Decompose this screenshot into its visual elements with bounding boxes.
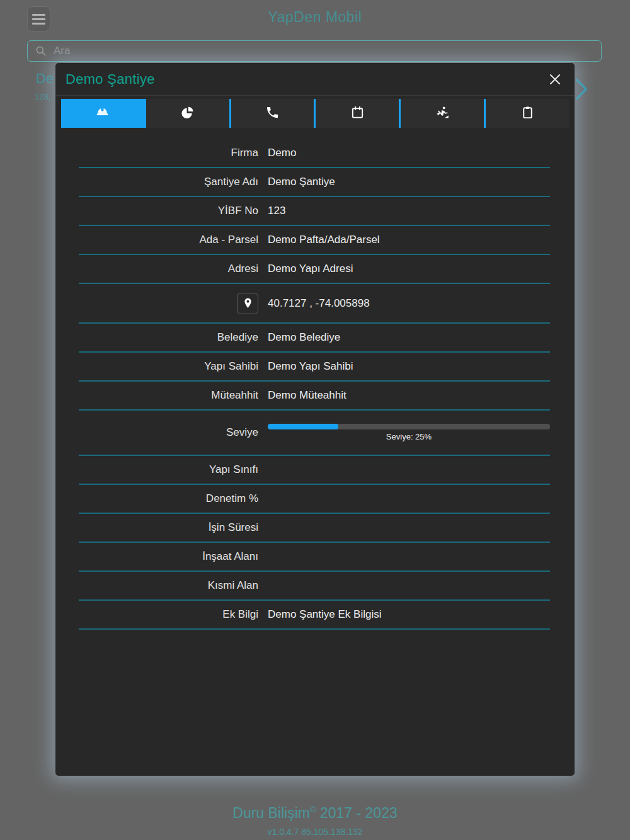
footer-copyright: Duru Bilişim© 2017 - 2023: [0, 805, 630, 822]
modal-title: Demo Şantiye: [66, 71, 155, 88]
field-row: YİBF No123: [79, 197, 550, 226]
field-value: Demo Belediye: [268, 331, 550, 344]
field-row: Ek BilgiDemo Şantiye Ek Bilgisi: [79, 601, 550, 630]
app-title: YapDen Mobil: [0, 9, 630, 26]
field-row: AdresiDemo Yapı Adresi: [79, 255, 550, 284]
field-label: İnşaat Alanı: [79, 550, 258, 563]
field-row: İnşaat Alanı: [79, 543, 550, 572]
field-row: Yapı SahibiDemo Yapı Sahibi: [79, 353, 550, 382]
field-label: Şantiye Adı: [79, 176, 258, 188]
field-row: İşin Süresi: [79, 514, 550, 543]
field-value: Demo Yapı Sahibi: [268, 360, 550, 373]
location-button[interactable]: [237, 293, 258, 314]
field-label: Belediye: [79, 331, 258, 344]
field-value: Seviye: 25%: [268, 424, 550, 441]
footer-version: v1.0.4.7 85.105.138.132: [0, 827, 630, 837]
calendar-icon: [350, 105, 365, 122]
close-icon[interactable]: [546, 70, 564, 89]
location-pin-icon: [242, 297, 254, 309]
field-label: Müteahhit: [79, 389, 258, 402]
pie-chart-icon: [180, 105, 195, 122]
field-row: FirmaDemo: [79, 139, 550, 168]
field-label: YİBF No: [79, 205, 258, 217]
field-label: İşin Süresi: [79, 521, 258, 534]
field-row: BelediyeDemo Belediye: [79, 324, 550, 353]
field-label: Ada - Parsel: [79, 234, 258, 246]
search-input[interactable]: [47, 41, 601, 61]
field-value: Demo Müteahhit: [268, 389, 550, 402]
field-label: Seviye: [79, 426, 258, 439]
progress-caption: Seviye: 25%: [268, 432, 550, 441]
list-item-title: De: [36, 71, 54, 87]
field-row: 40.7127 , -74.005898: [79, 284, 550, 324]
field-value: Demo Şantiye Ek Bilgisi: [268, 608, 550, 621]
tab-works[interactable]: [399, 99, 484, 128]
tab-site-info[interactable]: [61, 99, 144, 128]
field-value: 123: [268, 205, 550, 217]
field-row: MüteahhitDemo Müteahhit: [79, 382, 550, 411]
field-row: Denetim %: [79, 485, 550, 514]
field-label: Denetim %: [79, 492, 258, 505]
field-row: SeviyeSeviye: 25%: [79, 411, 550, 456]
clipboard-icon: [520, 105, 535, 122]
field-label: Kısmi Alan: [79, 579, 258, 592]
chevron-right-icon[interactable]: [572, 77, 591, 101]
field-row: Şantiye AdıDemo Şantiye: [79, 168, 550, 197]
field-row: Kısmi Alan: [79, 572, 550, 601]
field-list: FirmaDemoŞantiye AdıDemo ŞantiyeYİBF No1…: [55, 139, 575, 630]
list-item-subtitle: 123,: [35, 92, 50, 101]
field-label: Yapı Sahibi: [79, 360, 258, 373]
field-label: Adresi: [79, 263, 258, 275]
phone-icon: [265, 105, 280, 122]
field-value: Demo Pafta/Ada/Parsel: [268, 234, 550, 246]
tab-contacts[interactable]: [229, 99, 314, 128]
field-value: Demo Yapı Adresi: [268, 263, 550, 275]
field-value: Demo Şantiye: [268, 176, 550, 188]
search-bar: [27, 40, 602, 62]
field-row: Yapı Sınıfı: [79, 456, 550, 485]
field-value: 40.7127 , -74.005898: [268, 297, 550, 310]
site-detail-modal: Demo Şantiye FirmaDemoŞantiye AdıDemo Şa…: [55, 63, 575, 776]
progress-bar: [268, 424, 550, 429]
progress-bar-fill: [268, 424, 338, 429]
field-value: Demo: [268, 147, 550, 159]
field-label: [79, 293, 258, 314]
tab-calendar[interactable]: [314, 99, 399, 128]
search-icon: [35, 45, 47, 57]
tab-statistics[interactable]: [144, 99, 229, 128]
field-row: Ada - ParselDemo Pafta/Ada/Parsel: [79, 226, 550, 255]
tab-documents[interactable]: [484, 99, 569, 128]
field-label: Ek Bilgi: [79, 608, 258, 621]
modal-header: Demo Şantiye: [55, 63, 575, 96]
field-label: Yapı Sınıfı: [79, 463, 258, 476]
modal-tab-bar: [61, 99, 569, 128]
hard-hat-icon: [95, 105, 110, 122]
worker-digging-icon: [435, 105, 450, 122]
field-label: Firma: [79, 147, 258, 159]
